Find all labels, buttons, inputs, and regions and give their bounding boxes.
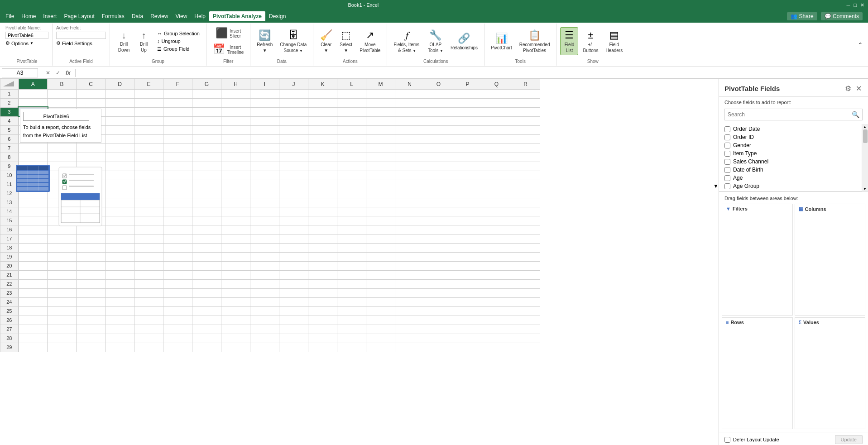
cell-M25[interactable] <box>366 306 395 316</box>
field-checkbox-age[interactable] <box>724 175 730 181</box>
cell-P2[interactable] <box>453 98 482 107</box>
cell-P6[interactable] <box>453 134 482 144</box>
cell-P28[interactable] <box>453 334 482 343</box>
cell-C19[interactable] <box>77 252 106 261</box>
cell-D25[interactable] <box>106 306 134 316</box>
cell-R26[interactable] <box>511 316 540 325</box>
cell-D7[interactable] <box>106 144 134 153</box>
cell-A13[interactable] <box>19 198 48 207</box>
cell-P23[interactable] <box>453 288 482 297</box>
cell-J8[interactable] <box>279 153 308 162</box>
row-header-19[interactable]: 19 <box>0 252 19 261</box>
cell-E15[interactable] <box>134 216 163 225</box>
cell-B15[interactable] <box>48 216 77 225</box>
cell-B2[interactable] <box>48 98 77 107</box>
options-dropdown[interactable]: ▼ <box>30 41 34 45</box>
cell-Q29[interactable] <box>482 343 511 352</box>
cell-Q7[interactable] <box>482 144 511 153</box>
field-label-age[interactable]: Age <box>733 175 743 181</box>
cell-P10[interactable] <box>453 171 482 180</box>
row-header-7[interactable]: 7 <box>0 144 19 153</box>
cell-M6[interactable] <box>366 134 395 144</box>
cell-J14[interactable] <box>279 207 308 216</box>
cell-F7[interactable] <box>163 144 192 153</box>
cell-Q27[interactable] <box>482 325 511 334</box>
cell-F18[interactable] <box>163 243 192 252</box>
cell-C1[interactable] <box>77 89 106 98</box>
row-header-29[interactable]: 29 <box>0 343 19 352</box>
cell-D28[interactable] <box>106 334 134 343</box>
cell-I12[interactable] <box>250 189 279 198</box>
cell-J29[interactable] <box>279 343 308 352</box>
cell-M8[interactable] <box>366 153 395 162</box>
cell-G20[interactable] <box>192 261 221 270</box>
cell-P27[interactable] <box>453 325 482 334</box>
cell-Q6[interactable] <box>482 134 511 144</box>
cell-F11[interactable] <box>163 180 192 189</box>
col-header-I[interactable]: I <box>250 79 279 90</box>
cell-I15[interactable] <box>250 216 279 225</box>
scrollbar-down[interactable]: ▼ <box>862 186 868 191</box>
cell-A16[interactable] <box>19 225 48 234</box>
cell-N9[interactable] <box>395 162 424 171</box>
cell-N21[interactable] <box>395 270 424 279</box>
cell-D13[interactable] <box>106 198 134 207</box>
cell-O23[interactable] <box>424 288 453 297</box>
cell-M20[interactable] <box>366 261 395 270</box>
row-header-16[interactable]: 16 <box>0 225 19 234</box>
cell-H29[interactable] <box>221 343 250 352</box>
cell-B1[interactable] <box>48 89 77 98</box>
cell-P29[interactable] <box>453 343 482 352</box>
cell-B28[interactable] <box>48 334 77 343</box>
cell-C29[interactable] <box>77 343 106 352</box>
cell-O6[interactable] <box>424 134 453 144</box>
cell-E29[interactable] <box>134 343 163 352</box>
cell-E24[interactable] <box>134 297 163 306</box>
field-settings-button[interactable]: ⚙ Field Settings <box>56 40 92 46</box>
cell-O28[interactable] <box>424 334 453 343</box>
cell-L12[interactable] <box>337 189 366 198</box>
cell-P13[interactable] <box>453 198 482 207</box>
cell-E12[interactable] <box>134 189 163 198</box>
cell-H13[interactable] <box>221 198 250 207</box>
field-headers-button[interactable]: ▤ Field Headers <box>603 28 625 55</box>
menu-data[interactable]: Data <box>128 11 147 21</box>
cell-B8[interactable] <box>48 153 77 162</box>
cell-O22[interactable] <box>424 279 453 288</box>
cell-J23[interactable] <box>279 288 308 297</box>
cell-O24[interactable] <box>424 297 453 306</box>
cell-L22[interactable] <box>337 279 366 288</box>
field-label-gender[interactable]: Gender <box>733 142 751 148</box>
cell-A17[interactable] <box>19 234 48 243</box>
cell-M24[interactable] <box>366 297 395 306</box>
row-header-1[interactable]: 1 <box>0 89 19 98</box>
cell-L5[interactable] <box>337 125 366 134</box>
cell-H25[interactable] <box>221 306 250 316</box>
cell-L9[interactable] <box>337 162 366 171</box>
cell-A19[interactable] <box>19 252 48 261</box>
row-header-11[interactable]: 11 <box>0 180 19 189</box>
cell-B14[interactable] <box>48 207 77 216</box>
cell-C16[interactable] <box>77 225 106 234</box>
cell-J27[interactable] <box>279 325 308 334</box>
cell-L8[interactable] <box>337 153 366 162</box>
cell-I24[interactable] <box>250 297 279 306</box>
cell-A1[interactable] <box>19 89 48 98</box>
cell-N2[interactable] <box>395 98 424 107</box>
cell-A29[interactable] <box>19 343 48 352</box>
cell-C23[interactable] <box>77 288 106 297</box>
field-label-order-date[interactable]: Order Date <box>733 126 760 132</box>
field-checkbox-gender[interactable] <box>724 143 730 148</box>
defer-label[interactable]: Defer Layout Update <box>733 437 779 442</box>
cell-H9[interactable] <box>221 162 250 171</box>
cell-R25[interactable] <box>511 306 540 316</box>
cell-G17[interactable] <box>192 234 221 243</box>
cell-G1[interactable] <box>192 89 221 98</box>
cell-M17[interactable] <box>366 234 395 243</box>
cell-R18[interactable] <box>511 243 540 252</box>
cell-F22[interactable] <box>163 279 192 288</box>
cell-R24[interactable] <box>511 297 540 306</box>
cell-F6[interactable] <box>163 134 192 144</box>
cell-M23[interactable] <box>366 288 395 297</box>
cell-C10[interactable] <box>77 171 106 180</box>
